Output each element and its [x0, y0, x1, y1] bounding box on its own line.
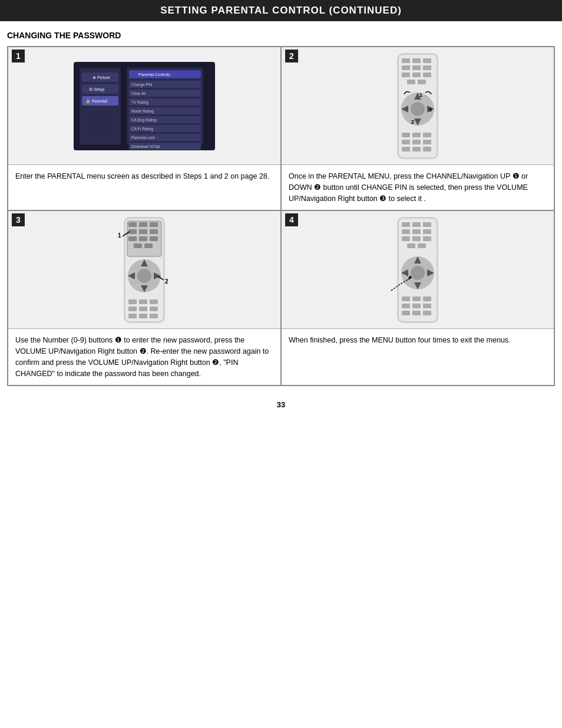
svg-rect-84 — [139, 307, 147, 311]
remote-3-svg: 1 2 — [106, 214, 183, 326]
step-4-description: When finished, press the MENU button fou… — [282, 329, 554, 385]
svg-rect-95 — [412, 229, 421, 234]
svg-rect-88 — [150, 314, 158, 318]
svg-rect-35 — [402, 73, 410, 77]
step-2-number: 2 — [285, 50, 298, 62]
steps-grid: 1 ⊕ Picture ⚙ Setup 🔒 Parental — [7, 46, 555, 386]
svg-text:Parental Lock: Parental Lock — [131, 136, 155, 140]
section-title: CHANGING THE PASSWORD — [7, 31, 555, 40]
svg-rect-55 — [402, 147, 410, 151]
step-3: 3 — [8, 210, 281, 386]
svg-rect-54 — [423, 140, 431, 144]
svg-rect-64 — [128, 229, 137, 234]
svg-rect-116 — [412, 311, 421, 315]
svg-point-103 — [411, 266, 425, 280]
svg-rect-112 — [402, 304, 410, 308]
svg-rect-87 — [139, 314, 147, 318]
svg-rect-31 — [423, 58, 431, 63]
svg-text:CA Eng Rating: CA Eng Rating — [131, 118, 157, 123]
step-4: 4 — [281, 210, 554, 386]
step-2-description: Once in the PARENTAL MENU, press the CHA… — [282, 165, 554, 210]
svg-text:🔒 Parental: 🔒 Parental — [85, 98, 107, 104]
svg-text:TV Rating: TV Rating — [131, 100, 148, 105]
svg-rect-57 — [423, 147, 431, 151]
svg-text:Clear All: Clear All — [131, 91, 146, 95]
svg-rect-52 — [402, 140, 410, 144]
step-1: 1 ⊕ Picture ⚙ Setup 🔒 Parental — [8, 47, 281, 210]
step-1-description: Enter the PARENTAL menu screen as descri… — [8, 165, 280, 210]
svg-text:1: 1 — [118, 232, 121, 239]
svg-rect-80 — [128, 299, 137, 304]
page-number: 33 — [7, 400, 555, 409]
page-header: SETTING PARENTAL CONTROL (CONTINUED) — [0, 0, 562, 21]
svg-rect-53 — [412, 140, 421, 144]
svg-rect-83 — [128, 307, 137, 311]
svg-rect-38 — [407, 80, 415, 84]
svg-rect-113 — [412, 304, 421, 308]
svg-rect-32 — [402, 65, 410, 70]
page-wrapper: SETTING PARENTAL CONTROL (CONTINUED) CHA… — [0, 0, 562, 728]
step-1-number: 1 — [12, 50, 25, 62]
svg-rect-70 — [134, 243, 142, 248]
svg-rect-34 — [423, 65, 431, 70]
svg-text:Change PIN: Change PIN — [131, 83, 153, 87]
svg-rect-71 — [144, 243, 153, 248]
page-title: SETTING PARENTAL CONTROL (CONTINUED) — [12, 5, 550, 17]
svg-rect-30 — [412, 58, 421, 63]
svg-rect-115 — [402, 311, 410, 315]
tv-menu-svg: ⊕ Picture ⚙ Setup 🔒 Parental Parental Co… — [62, 56, 227, 156]
step-3-number: 3 — [12, 213, 25, 226]
svg-text:CA Fr Rating: CA Fr Rating — [131, 127, 154, 131]
svg-rect-81 — [139, 299, 147, 304]
svg-rect-8 — [127, 68, 203, 144]
svg-rect-94 — [402, 229, 410, 234]
svg-rect-111 — [423, 297, 431, 301]
svg-rect-114 — [423, 304, 431, 308]
svg-rect-33 — [412, 65, 421, 70]
svg-rect-91 — [402, 222, 410, 227]
step-1-image: 1 ⊕ Picture ⚙ Setup 🔒 Parental — [8, 47, 280, 165]
svg-rect-50 — [412, 133, 421, 137]
svg-rect-101 — [418, 243, 426, 248]
svg-rect-96 — [423, 229, 431, 234]
svg-rect-39 — [418, 80, 426, 84]
svg-rect-65 — [139, 229, 147, 234]
svg-rect-56 — [412, 147, 421, 151]
svg-rect-97 — [402, 236, 410, 241]
svg-rect-100 — [407, 243, 415, 248]
svg-rect-110 — [412, 297, 421, 301]
svg-text:Download VChip: Download VChip — [131, 144, 160, 149]
svg-text:2: 2 — [165, 278, 168, 285]
svg-rect-93 — [423, 222, 431, 227]
svg-text:Parental Controls: Parental Controls — [138, 73, 171, 77]
svg-rect-68 — [139, 236, 147, 241]
svg-rect-99 — [423, 236, 431, 241]
remote-4-svg — [379, 214, 456, 326]
svg-rect-49 — [402, 133, 410, 137]
svg-text:⚙ Setup: ⚙ Setup — [89, 87, 104, 92]
svg-rect-86 — [128, 314, 137, 318]
svg-rect-66 — [150, 229, 158, 234]
svg-rect-82 — [150, 299, 158, 304]
svg-rect-69 — [150, 236, 158, 241]
svg-point-74 — [137, 269, 151, 283]
svg-rect-109 — [402, 297, 410, 301]
step-4-image: 4 — [282, 211, 554, 329]
svg-rect-36 — [412, 73, 421, 77]
svg-text:1: 1 — [419, 92, 422, 98]
svg-text:Movie Rating: Movie Rating — [131, 109, 154, 114]
svg-rect-117 — [423, 311, 431, 315]
svg-rect-29 — [402, 58, 410, 63]
svg-rect-67 — [128, 236, 137, 241]
svg-rect-61 — [128, 222, 137, 227]
step-2-image: 2 — [282, 47, 554, 165]
step-2: 2 — [281, 47, 554, 210]
svg-point-41 — [411, 102, 425, 116]
main-content: CHANGING THE PASSWORD 1 ⊕ Picture — [7, 31, 555, 409]
svg-rect-98 — [412, 236, 421, 241]
svg-rect-63 — [150, 222, 158, 227]
svg-rect-51 — [423, 133, 431, 137]
svg-text:2: 2 — [411, 119, 414, 125]
svg-rect-37 — [423, 73, 431, 77]
remote-2-svg: 1 2 3 — [379, 50, 456, 162]
